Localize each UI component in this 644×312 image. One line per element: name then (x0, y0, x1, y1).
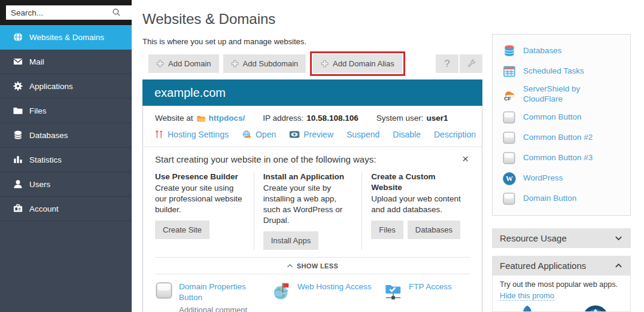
website-at-label: Website at (155, 114, 193, 123)
joomla-app-icon[interactable] (514, 305, 540, 312)
shortcut-servershield[interactable]: CF ServerShield by CloudFlare (493, 81, 630, 108)
hosting-settings-link[interactable]: Hosting Settings (155, 130, 229, 139)
system-user: System user: user1 (376, 114, 448, 123)
shortcut-label: WordPress (523, 173, 563, 183)
files-button[interactable]: Files (371, 221, 403, 239)
domain-actions-row: Hosting Settings Open Preview Suspend Di… (143, 125, 482, 146)
promo-column-text: Create your site using our professional … (155, 183, 245, 215)
shortcut-common-button-2[interactable]: Common Button #2 (493, 128, 630, 148)
preview-link[interactable]: Preview (289, 130, 333, 139)
show-less-label: SHOW LESS (297, 262, 339, 270)
web-hosting-access-link[interactable]: Web Hosting Access (297, 282, 372, 292)
tools-button[interactable] (460, 54, 482, 73)
shortcut-common-button[interactable]: Common Button (493, 108, 630, 128)
action-label: Suspend (347, 130, 379, 139)
plus-icon (156, 60, 164, 68)
promo-column-presence-builder: Use Presence Builder Create your site us… (155, 172, 254, 250)
suspend-link[interactable]: Suspend (347, 130, 379, 139)
plus-icon (321, 60, 329, 68)
page-subtitle: This is where you set up and manage webs… (142, 37, 306, 46)
gear-icon (12, 80, 24, 92)
add-domain-alias-button[interactable]: Add Domain Alias (313, 54, 402, 73)
ftp-access-link[interactable]: FTP Access (409, 282, 452, 292)
show-less-toggle[interactable]: SHOW LESS (143, 258, 482, 274)
button-label: Install Apps (271, 236, 311, 245)
mail-icon (12, 56, 24, 68)
chevron-up-icon (287, 264, 293, 268)
docroot-link[interactable]: httpdocs/ (209, 114, 245, 123)
button-label: Add Subdomain (243, 59, 299, 68)
globe-flag-icon (272, 282, 291, 301)
shortcut-scheduled-tasks[interactable]: Scheduled Tasks (493, 61, 630, 81)
ip-label: IP address: (263, 114, 303, 123)
button-label: Create Site (163, 225, 202, 234)
promo-column-title: Create a Custom Website (371, 172, 461, 193)
sidebar-item-label: Users (29, 180, 50, 189)
promo-column-text: Upload your web content and add database… (371, 194, 461, 215)
sidebar-item-applications[interactable]: Applications (0, 74, 132, 99)
ftp-access-feature: FTP Access (384, 282, 452, 312)
tools-red-icon (155, 130, 164, 139)
red-highlight-box: Add Domain Alias (310, 51, 405, 76)
sidebar-item-label: Statistics (29, 155, 62, 164)
bar-chart-icon (12, 154, 24, 166)
domain-toolbar: Add Domain Add Subdomain Add Domain Alia… (148, 51, 482, 76)
shortcut-label: Common Button #2 (523, 133, 593, 143)
shortcut-label: Scheduled Tasks (523, 66, 584, 77)
wordpress-icon: W (502, 172, 517, 186)
shortcut-common-button-3[interactable]: Common Button #3 (493, 148, 630, 169)
search-input[interactable] (6, 5, 135, 20)
sidebar-item-users[interactable]: Users (0, 172, 132, 197)
shortcut-wordpress[interactable]: W WordPress (493, 169, 630, 189)
globe-icon (12, 31, 24, 43)
add-domain-button[interactable]: Add Domain (148, 54, 219, 73)
database-colored-icon (502, 44, 517, 58)
drupal-app-icon[interactable] (582, 305, 609, 312)
ftp-folder-icon (384, 282, 403, 301)
ip-value: 10.58.108.106 (306, 114, 358, 123)
shortcut-domain-button[interactable]: Domain Button (493, 189, 630, 209)
create-site-button[interactable]: Create Site (155, 221, 209, 239)
svg-text:W: W (506, 175, 513, 183)
databases-button[interactable]: Databases (408, 221, 460, 239)
resource-usage-header[interactable]: Resource Usage (492, 228, 631, 248)
chevron-down-icon (614, 234, 623, 243)
hide-promo-link[interactable]: Hide this promo (500, 291, 554, 301)
sidebar-item-websites-domains[interactable]: Websites & Domains (0, 25, 132, 50)
sidebar-item-files[interactable]: Files (0, 99, 132, 123)
sidebar-item-account[interactable]: Account (0, 197, 132, 221)
wrench-icon (466, 59, 476, 69)
install-apps-button[interactable]: Install Apps (263, 231, 319, 250)
sidebar-item-databases[interactable]: Databases (0, 123, 132, 148)
shortcut-label: Databases (523, 46, 562, 56)
open-site-link[interactable]: Open (242, 130, 276, 139)
promo-column-custom-website: Create a Custom Website Upload your web … (362, 172, 470, 250)
sidebar-item-mail[interactable]: Mail (0, 50, 132, 74)
cloudflare-icon: CF (502, 87, 517, 102)
disable-link[interactable]: Disable (393, 130, 421, 139)
shortcut-databases[interactable]: Databases (493, 41, 630, 61)
button-label: Files (379, 225, 395, 234)
svg-text:CF: CF (504, 96, 511, 102)
description-link[interactable]: Description (434, 130, 476, 139)
action-label: Preview (303, 130, 333, 139)
sidebar-item-label: Websites & Domains (29, 33, 104, 42)
eye-icon (289, 130, 300, 139)
close-icon[interactable]: × (461, 154, 470, 164)
action-label: Open (256, 130, 276, 139)
page-title: Websites & Domains (142, 11, 275, 27)
plesk-websites-domains-page: Websites & Domains Mail Applications Fil… (0, 0, 644, 312)
folder-icon (12, 105, 24, 117)
custom-button-3d-icon (502, 131, 517, 145)
domain-features-row: Domain Properties Button Additional comm… (143, 274, 482, 312)
sidebar-item-label: Applications (29, 82, 73, 91)
help-button[interactable]: ? (436, 54, 458, 73)
action-label: Description (434, 130, 476, 139)
domain-card: example.com Website at httpdocs/ IP addr… (142, 79, 482, 312)
custom-button-3d-icon (155, 282, 173, 299)
promo-column-text: Create your site by installing a web app… (263, 183, 353, 226)
add-subdomain-button[interactable]: Add Subdomain (223, 54, 306, 73)
domain-properties-link[interactable]: Domain Properties Button (179, 282, 257, 303)
sidebar-item-statistics[interactable]: Statistics (0, 148, 132, 172)
featured-applications-header[interactable]: Featured Applications (492, 256, 631, 276)
